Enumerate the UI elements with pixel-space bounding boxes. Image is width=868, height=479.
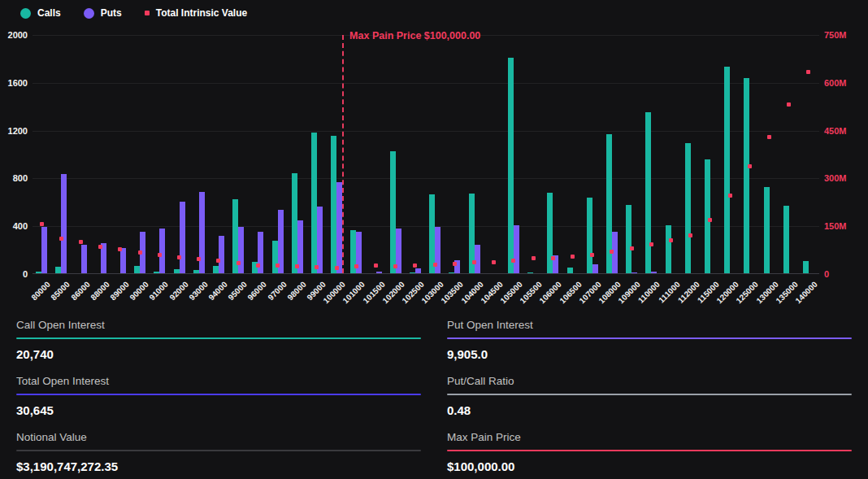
x-axis-label: 88000 xyxy=(89,280,111,302)
y-axis-tick-left: 0 xyxy=(23,269,28,279)
stat-value: 30,645 xyxy=(16,395,421,417)
y-axis-tick-right: 450M xyxy=(824,126,847,136)
x-axis-label: 95000 xyxy=(226,280,248,302)
stat-value: 20,740 xyxy=(16,339,421,361)
stat-value: $3,190,747,272.35 xyxy=(16,451,421,473)
y-axis-tick-right: 300M xyxy=(824,173,847,183)
stat-value: $100,000.00 xyxy=(447,451,852,473)
stat-value: 0.48 xyxy=(447,395,852,417)
stat-label: Put Open Interest xyxy=(447,319,852,337)
stat-label: Max Pain Price xyxy=(447,431,852,450)
x-axis-labels: 8000085000860008800089000900009100092000… xyxy=(33,35,819,311)
stat-call-open-interest: Call Open Interest 20,740 xyxy=(16,319,421,361)
chart-legend: Calls Puts Total Intrinsic Value xyxy=(20,7,247,19)
stat-label: Put/Call Ratio xyxy=(447,375,852,394)
x-axis-label: 97000 xyxy=(266,280,288,302)
legend-label-calls: Calls xyxy=(37,7,61,19)
x-axis-label: 94000 xyxy=(206,280,228,302)
max-pain-chart: Calls Puts Total Intrinsic Value 0400800… xyxy=(0,0,868,312)
stat-label: Call Open Interest xyxy=(16,319,421,337)
x-axis-label: 91000 xyxy=(148,280,170,302)
y-axis-tick-left: 400 xyxy=(13,221,28,231)
stat-notional-value: Notional Value $3,190,747,272.35 xyxy=(16,431,421,473)
y-axis-tick-left: 800 xyxy=(13,173,28,183)
legend-item-calls[interactable]: Calls xyxy=(20,7,61,19)
puts-marker-icon xyxy=(84,8,94,19)
x-axis-label: 85000 xyxy=(50,280,72,302)
y-axis-right: 0150M300M450M600M750M xyxy=(824,35,866,274)
stat-max-pain-price: Max Pain Price $100,000.00 xyxy=(447,431,852,473)
stat-total-open-interest: Total Open Interest 30,645 xyxy=(16,375,421,417)
stats-panel: Call Open Interest 20,740 Put Open Inter… xyxy=(0,314,868,479)
stat-put-open-interest: Put Open Interest 9,905.0 xyxy=(447,319,852,361)
y-axis-tick-left: 1200 xyxy=(8,126,28,136)
legend-label-intrinsic: Total Intrinsic Value xyxy=(156,7,247,19)
y-axis-left: 0400800120016002000 xyxy=(0,35,28,274)
legend-item-puts[interactable]: Puts xyxy=(84,7,122,19)
x-axis-label: 80000 xyxy=(29,280,51,302)
y-axis-tick-right: 600M xyxy=(824,78,847,88)
y-axis-tick-left: 2000 xyxy=(8,30,28,40)
x-axis-label: 89000 xyxy=(108,280,130,302)
calls-marker-icon xyxy=(20,8,31,19)
x-axis-label: 92000 xyxy=(167,280,189,302)
x-axis-label: 86000 xyxy=(69,280,91,302)
stat-value: 9,905.0 xyxy=(447,339,852,361)
stat-label: Total Open Interest xyxy=(16,375,421,394)
y-axis-tick-right: 150M xyxy=(824,221,847,231)
x-axis-label: 90000 xyxy=(128,280,150,302)
y-axis-tick-right: 750M xyxy=(824,30,847,40)
legend-item-intrinsic[interactable]: Total Intrinsic Value xyxy=(145,7,247,19)
stat-label: Notional Value xyxy=(16,431,421,450)
x-axis-label: 110000 xyxy=(636,280,662,305)
intrinsic-marker-icon xyxy=(145,11,150,15)
y-axis-tick-left: 1600 xyxy=(8,78,28,88)
y-axis-tick-right: 0 xyxy=(824,269,829,279)
legend-label-puts: Puts xyxy=(101,7,122,19)
x-axis-label: 96000 xyxy=(246,280,268,302)
x-axis-label: 98000 xyxy=(285,280,307,302)
stat-put-call-ratio: Put/Call Ratio 0.48 xyxy=(447,375,852,417)
x-axis-label: 93000 xyxy=(187,280,209,302)
